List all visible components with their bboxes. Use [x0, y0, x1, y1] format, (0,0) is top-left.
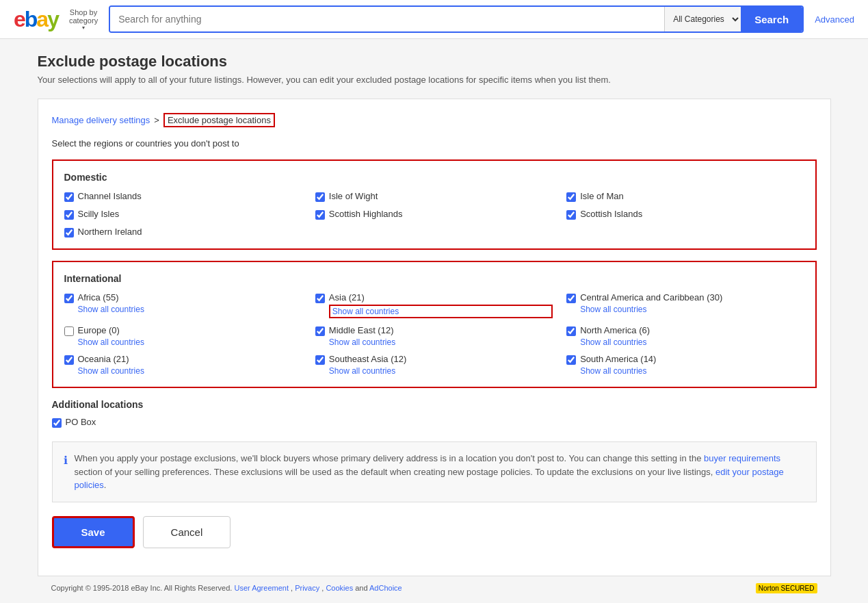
oceania-label: Oceania (21)	[78, 354, 129, 364]
south-america-checkbox[interactable]	[566, 355, 576, 365]
chevron-down-icon: ▾	[82, 25, 85, 31]
scottish-highlands-checkbox[interactable]	[315, 210, 325, 220]
africa-checkbox[interactable]	[64, 294, 74, 303]
domestic-title: Domestic	[64, 172, 804, 183]
region-oceania: Oceania (21) Show all countries	[64, 354, 302, 376]
southeast-asia-show-countries[interactable]: Show all countries	[329, 366, 553, 376]
header: ebay Shop by category ▾ All Categories S…	[0, 0, 868, 39]
region-europe: Europe (0) Show all countries	[64, 325, 302, 347]
international-title: International	[64, 273, 804, 284]
isle-of-man-checkbox[interactable]	[566, 192, 576, 202]
asia-show-countries[interactable]: Show all countries	[329, 305, 553, 318]
southeast-asia-checkbox[interactable]	[315, 355, 325, 365]
domestic-isle-of-wight: Isle of Wight	[315, 191, 553, 202]
middle-east-show-countries[interactable]: Show all countries	[329, 337, 553, 347]
oceania-checkbox[interactable]	[64, 355, 74, 365]
central-america-checkbox[interactable]	[566, 294, 576, 303]
domestic-scilly-isles: Scilly Isles	[64, 209, 302, 220]
settings-panel: Manage delivery settings > Exclude posta…	[38, 99, 831, 576]
region-south-america: South America (14) Show all countries	[566, 354, 804, 376]
south-america-label: South America (14)	[580, 354, 656, 364]
europe-show-countries[interactable]: Show all countries	[78, 337, 302, 347]
region-middle-east: Middle East (12) Show all countries	[315, 325, 553, 347]
po-box-checkbox[interactable]	[52, 418, 62, 428]
domestic-channel-islands: Channel Islands	[64, 191, 302, 202]
region-southeast-asia: Southeast Asia (12) Show all countries	[315, 354, 553, 376]
asia-label: Asia (21)	[329, 292, 365, 303]
buyer-requirements-link[interactable]: buyer requirements	[704, 453, 780, 463]
breadcrumb-manage-link[interactable]: Manage delivery settings	[52, 115, 150, 125]
middle-east-label: Middle East (12)	[329, 325, 394, 335]
page-subtitle: Your selections will apply to all of you…	[38, 75, 831, 85]
footer-and: and	[355, 584, 367, 592]
scilly-isles-checkbox[interactable]	[64, 210, 74, 220]
europe-checkbox[interactable]	[64, 326, 74, 336]
search-bar: All Categories Search	[109, 5, 804, 33]
info-box: ℹ When you apply your postage exclusions…	[52, 441, 817, 502]
domestic-section: Domestic Channel Islands Isle of Wight I…	[52, 159, 817, 250]
footer-left: Copyright © 1995-2018 eBay Inc. All Righ…	[51, 584, 402, 592]
channel-islands-checkbox[interactable]	[64, 192, 74, 202]
breadcrumb-separator: >	[154, 115, 159, 125]
scilly-isles-label: Scilly Isles	[78, 209, 120, 219]
domestic-isle-of-man: Isle of Man	[566, 191, 804, 202]
shop-by-label: Shop by	[70, 8, 97, 16]
north-america-label: North America (6)	[580, 325, 650, 335]
scottish-islands-label: Scottish Islands	[580, 209, 642, 219]
africa-show-countries[interactable]: Show all countries	[78, 305, 302, 314]
category-label: category	[69, 16, 98, 25]
domestic-grid: Channel Islands Isle of Wight Isle of Ma…	[64, 191, 804, 238]
cookies-link[interactable]: Cookies	[326, 584, 353, 592]
region-africa: Africa (55) Show all countries	[64, 292, 302, 318]
section-instruction: Select the regions or countries you don'…	[52, 138, 817, 149]
domestic-scottish-highlands: Scottish Highlands	[315, 209, 553, 220]
logo-a: a	[36, 7, 47, 31]
privacy-link[interactable]: Privacy	[295, 584, 319, 592]
advanced-link[interactable]: Advanced	[815, 14, 854, 25]
africa-label: Africa (55)	[78, 292, 119, 303]
search-input[interactable]	[110, 7, 664, 31]
user-agreement-link[interactable]: User Agreement	[234, 584, 288, 592]
domestic-northern-ireland: Northern Ireland	[64, 227, 302, 238]
asia-checkbox[interactable]	[315, 294, 325, 303]
north-america-checkbox[interactable]	[566, 326, 576, 336]
info-text-3: .	[104, 480, 107, 490]
channel-islands-label: Channel Islands	[78, 191, 142, 201]
oceania-show-countries[interactable]: Show all countries	[78, 366, 302, 376]
search-button[interactable]: Search	[741, 7, 802, 31]
international-grid: Africa (55) Show all countries Asia (21)…	[64, 292, 804, 376]
scottish-highlands-label: Scottish Highlands	[329, 209, 403, 219]
breadcrumb: Manage delivery settings > Exclude posta…	[52, 113, 817, 127]
northern-ireland-checkbox[interactable]	[64, 228, 74, 238]
save-button[interactable]: Save	[52, 516, 135, 548]
isle-of-man-label: Isle of Man	[580, 191, 624, 201]
central-america-show-countries[interactable]: Show all countries	[580, 305, 804, 314]
shop-by-category[interactable]: Shop by category ▾	[69, 8, 98, 31]
info-icon: ℹ	[64, 452, 68, 492]
isle-of-wight-checkbox[interactable]	[315, 192, 325, 202]
po-box-item: PO Box	[52, 417, 817, 428]
footer-right: Norton SECURED	[756, 583, 817, 593]
adchoice-link[interactable]: AdChoice	[369, 584, 402, 592]
international-section: International Africa (55) Show all count…	[52, 261, 817, 388]
logo-y: y	[47, 7, 58, 31]
region-asia: Asia (21) Show all countries	[315, 292, 553, 318]
cancel-button[interactable]: Cancel	[143, 516, 231, 548]
northern-ireland-label: Northern Ireland	[78, 227, 142, 237]
page-title: Exclude postage locations	[38, 53, 831, 70]
logo-b: b	[25, 7, 37, 31]
logo-e: e	[14, 7, 25, 31]
additional-section: Additional locations PO Box	[52, 399, 817, 428]
category-select[interactable]: All Categories	[664, 7, 741, 31]
additional-title: Additional locations	[52, 399, 817, 410]
north-america-show-countries[interactable]: Show all countries	[580, 337, 804, 347]
south-america-show-countries[interactable]: Show all countries	[580, 366, 804, 376]
scottish-islands-checkbox[interactable]	[566, 210, 576, 220]
copyright-text: Copyright © 1995-2018 eBay Inc. All Righ…	[51, 584, 233, 592]
isle-of-wight-label: Isle of Wight	[329, 191, 378, 201]
middle-east-checkbox[interactable]	[315, 326, 325, 336]
region-central-america: Central America and Caribbean (30) Show …	[566, 292, 804, 318]
info-text: When you apply your postage exclusions, …	[75, 452, 805, 492]
norton-badge: Norton SECURED	[756, 583, 817, 593]
ebay-logo: ebay	[14, 7, 58, 32]
